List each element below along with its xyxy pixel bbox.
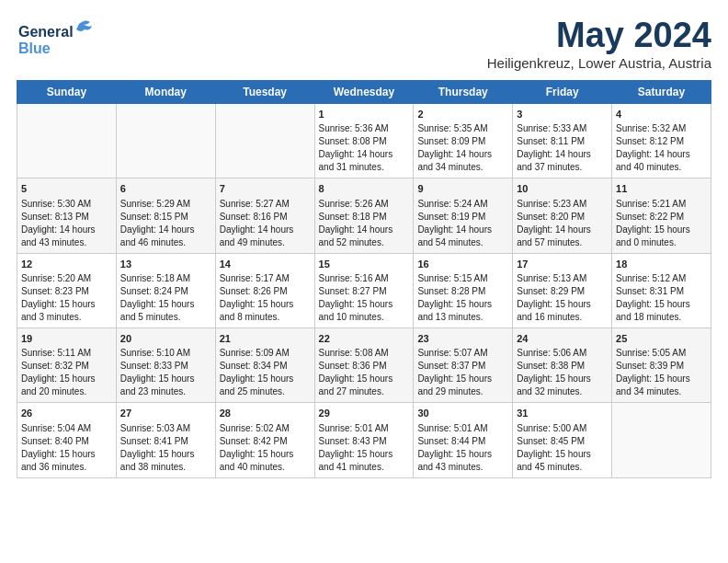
day-info: Sunset: 8:28 PM — [417, 285, 508, 298]
day-info: and 31 minutes. — [319, 161, 410, 174]
weekday-header-thursday: Thursday — [414, 80, 513, 103]
day-info: Daylight: 14 hours — [319, 148, 410, 161]
day-info: Daylight: 14 hours — [517, 148, 608, 161]
calendar-cell: 19Sunrise: 5:11 AMSunset: 8:32 PMDayligh… — [17, 327, 117, 402]
calendar-cell: 14Sunrise: 5:17 AMSunset: 8:26 PMDayligh… — [215, 253, 314, 327]
day-info: Sunset: 8:22 PM — [616, 211, 707, 224]
day-number: 20 — [120, 332, 211, 346]
day-number: 21 — [220, 332, 311, 346]
day-info: and 27 minutes. — [319, 385, 410, 398]
day-number: 15 — [319, 258, 410, 271]
calendar-cell: 26Sunrise: 5:04 AMSunset: 8:40 PMDayligh… — [17, 403, 117, 477]
day-number: 2 — [417, 108, 508, 121]
day-number: 1 — [319, 108, 410, 121]
calendar-cell: 28Sunrise: 5:02 AMSunset: 8:42 PMDayligh… — [215, 403, 314, 477]
day-number: 14 — [220, 258, 311, 271]
day-info: Sunrise: 5:21 AM — [616, 198, 707, 211]
day-info: and 16 minutes. — [517, 311, 608, 324]
day-info: Sunset: 8:45 PM — [517, 435, 608, 448]
day-info: Sunrise: 5:17 AM — [220, 272, 311, 285]
day-number: 24 — [517, 332, 608, 346]
day-info: Sunset: 8:38 PM — [517, 360, 608, 373]
day-info: and 38 minutes. — [120, 461, 211, 474]
day-info: Sunrise: 5:05 AM — [616, 347, 707, 360]
calendar-cell: 29Sunrise: 5:01 AMSunset: 8:43 PMDayligh… — [314, 403, 414, 477]
weekday-header-tuesday: Tuesday — [215, 80, 314, 103]
calendar-cell: 23Sunrise: 5:07 AMSunset: 8:37 PMDayligh… — [414, 327, 513, 402]
day-info: and 43 minutes. — [417, 461, 508, 474]
day-number: 6 — [120, 182, 211, 196]
weekday-header-friday: Friday — [513, 80, 612, 103]
day-info: and 45 minutes. — [517, 461, 608, 474]
day-info: Sunrise: 5:18 AM — [120, 272, 211, 285]
day-info: Sunrise: 5:03 AM — [120, 422, 211, 435]
day-number: 28 — [220, 407, 311, 420]
day-info: and 29 minutes. — [417, 385, 508, 398]
day-info: Sunrise: 5:15 AM — [417, 272, 508, 285]
day-info: Sunset: 8:16 PM — [220, 211, 311, 224]
day-info: and 36 minutes. — [21, 461, 112, 474]
day-info: Sunset: 8:20 PM — [517, 211, 608, 224]
day-info: Daylight: 15 hours — [220, 298, 311, 311]
day-number: 27 — [120, 407, 211, 420]
weekday-header-row: SundayMondayTuesdayWednesdayThursdayFrid… — [17, 80, 711, 103]
day-info: Sunrise: 5:26 AM — [319, 198, 410, 211]
day-number: 10 — [517, 182, 608, 196]
day-info: Daylight: 14 hours — [517, 224, 608, 236]
day-info: Daylight: 15 hours — [120, 448, 211, 461]
day-info: and 18 minutes. — [616, 311, 707, 324]
day-info: Sunset: 8:36 PM — [319, 360, 410, 373]
day-info: Daylight: 15 hours — [319, 298, 410, 311]
day-number: 11 — [616, 182, 707, 196]
day-info: and 40 minutes. — [220, 461, 311, 474]
day-info: Sunset: 8:33 PM — [120, 360, 211, 373]
day-info: Sunrise: 5:01 AM — [417, 422, 508, 435]
day-info: Sunrise: 5:27 AM — [220, 198, 311, 211]
day-info: Sunset: 8:42 PM — [220, 435, 311, 448]
day-info: Sunset: 8:32 PM — [21, 360, 112, 373]
day-info: Sunset: 8:40 PM — [21, 435, 112, 448]
day-info: and 13 minutes. — [417, 311, 508, 324]
week-row-4: 19Sunrise: 5:11 AMSunset: 8:32 PMDayligh… — [17, 327, 711, 402]
day-number: 9 — [417, 182, 508, 196]
day-info: Sunset: 8:09 PM — [417, 135, 508, 148]
day-info: Daylight: 14 hours — [417, 224, 508, 236]
calendar-cell: 18Sunrise: 5:12 AMSunset: 8:31 PMDayligh… — [612, 253, 711, 327]
day-info: and 43 minutes. — [21, 236, 112, 249]
calendar-cell: 22Sunrise: 5:08 AMSunset: 8:36 PMDayligh… — [314, 327, 414, 402]
weekday-header-wednesday: Wednesday — [314, 80, 414, 103]
day-info: Daylight: 15 hours — [417, 373, 508, 385]
day-info: Sunrise: 5:16 AM — [319, 272, 410, 285]
day-info: Daylight: 15 hours — [616, 298, 707, 311]
calendar-cell: 16Sunrise: 5:15 AMSunset: 8:28 PMDayligh… — [414, 253, 513, 327]
day-info: and 20 minutes. — [21, 385, 112, 398]
day-info: Sunset: 8:34 PM — [220, 360, 311, 373]
day-number: 12 — [21, 258, 112, 271]
day-info: Sunrise: 5:04 AM — [21, 422, 112, 435]
day-info: Daylight: 15 hours — [220, 373, 311, 385]
week-row-5: 26Sunrise: 5:04 AMSunset: 8:40 PMDayligh… — [17, 403, 711, 477]
day-info: and 34 minutes. — [417, 161, 508, 174]
day-info: Sunrise: 5:35 AM — [417, 122, 508, 135]
calendar-cell: 20Sunrise: 5:10 AMSunset: 8:33 PMDayligh… — [116, 327, 215, 402]
day-number: 31 — [517, 407, 608, 420]
day-info: and 57 minutes. — [517, 236, 608, 249]
day-info: Sunrise: 5:33 AM — [517, 122, 608, 135]
day-info: Daylight: 15 hours — [517, 373, 608, 385]
calendar-table: SundayMondayTuesdayWednesdayThursdayFrid… — [17, 80, 711, 478]
calendar-cell: 24Sunrise: 5:06 AMSunset: 8:38 PMDayligh… — [513, 327, 612, 402]
logo: General Blue — [17, 17, 99, 63]
calendar-cell: 7Sunrise: 5:27 AMSunset: 8:16 PMDaylight… — [215, 178, 314, 253]
day-info: Sunset: 8:37 PM — [417, 360, 508, 373]
day-info: and 46 minutes. — [120, 236, 211, 249]
day-number: 17 — [517, 258, 608, 271]
day-info: Sunrise: 5:13 AM — [517, 272, 608, 285]
day-info: Daylight: 15 hours — [319, 373, 410, 385]
day-info: Sunrise: 5:07 AM — [417, 347, 508, 360]
day-number: 18 — [616, 258, 707, 271]
calendar-cell: 6Sunrise: 5:29 AMSunset: 8:15 PMDaylight… — [116, 178, 215, 253]
day-info: and 8 minutes. — [220, 311, 311, 324]
calendar-cell: 13Sunrise: 5:18 AMSunset: 8:24 PMDayligh… — [116, 253, 215, 327]
day-info: and 40 minutes. — [616, 161, 707, 174]
svg-text:Blue: Blue — [18, 40, 51, 56]
